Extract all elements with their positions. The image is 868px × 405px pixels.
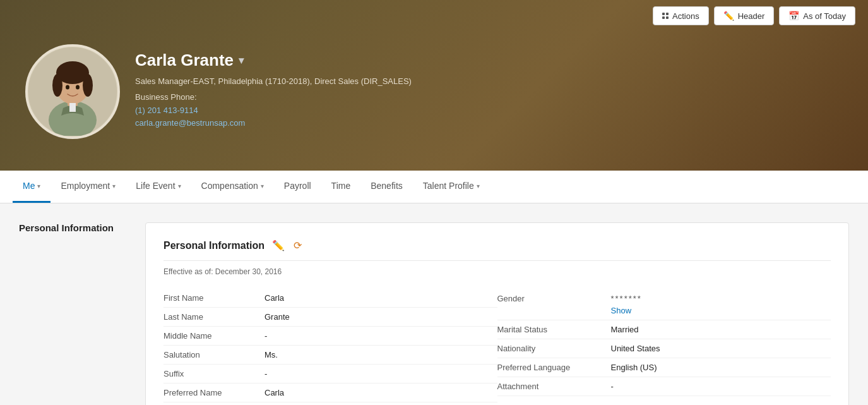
main-panel: Personal Information ✏️ ⟳ Effective as o…	[145, 222, 849, 405]
suffix-row: Suffix -	[163, 365, 497, 384]
name-chevron-icon[interactable]: ▾	[239, 54, 244, 66]
last-name-label: Last Name	[163, 312, 265, 322]
preferred-language-label: Preferred Language	[497, 363, 611, 372]
gender-row: Gender ******* Show	[497, 289, 831, 320]
header-label: Header	[738, 11, 765, 21]
gender-value-section: ******* Show	[611, 293, 642, 315]
svg-point-7	[66, 85, 69, 90]
sidebar-section-title: Personal Information	[19, 222, 145, 233]
salutation-label: Salutation	[163, 350, 265, 360]
last-name-row: Last Name Grante	[163, 308, 497, 327]
talent-profile-chevron-icon: ▾	[477, 183, 480, 190]
salutation-value: Ms.	[265, 350, 278, 360]
calendar-icon: 📅	[788, 11, 799, 21]
nav-item-employment[interactable]: Employment ▾	[51, 171, 126, 203]
nav-item-payroll[interactable]: Payroll	[274, 171, 321, 203]
nav-item-life-event[interactable]: Life Event ▾	[126, 171, 191, 203]
me-chevron-icon: ▾	[37, 183, 40, 190]
info-grid: First Name Carla Last Name Grante Middle…	[163, 289, 831, 402]
panel-header: Personal Information ✏️ ⟳	[163, 238, 831, 261]
marital-status-value: Married	[611, 325, 639, 334]
nationality-value: United States	[611, 344, 660, 353]
preferred-name-label: Preferred Name	[163, 388, 265, 397]
effective-date: Effective as of: December 30, 2016	[163, 267, 831, 276]
first-name-row: First Name Carla	[163, 289, 497, 308]
salutation-row: Salutation Ms.	[163, 346, 497, 365]
life-event-chevron-icon: ▾	[178, 183, 181, 190]
grid-icon	[662, 13, 669, 19]
middle-name-value: -	[265, 331, 267, 341]
actions-label: Actions	[672, 11, 699, 21]
nav-item-me[interactable]: Me ▾	[13, 171, 51, 203]
avatar	[25, 44, 120, 139]
header-actions: Actions ✏️ Header 📅 As of Today	[13, 6, 855, 25]
first-name-label: First Name	[163, 293, 265, 303]
pencil-edit-icon: ✏️	[272, 240, 285, 251]
history-button[interactable]: ⟳	[292, 238, 303, 253]
attachment-value: -	[611, 382, 614, 391]
content-area: Personal Information Personal Informatio…	[0, 203, 868, 405]
suffix-value: -	[265, 369, 267, 378]
show-gender-link[interactable]: Show	[611, 306, 642, 315]
profile-name: Carla Grante ▾	[135, 51, 412, 70]
compensation-chevron-icon: ▾	[261, 183, 264, 190]
svg-rect-9	[69, 103, 76, 112]
right-info-column: Gender ******* Show Marital Status Marri…	[497, 289, 831, 402]
header-button[interactable]: ✏️ Header	[714, 6, 775, 25]
panel-title: Personal Information	[163, 240, 265, 251]
gender-label: Gender	[497, 294, 611, 303]
preferred-name-value: Carla	[265, 388, 284, 397]
marital-status-row: Marital Status Married	[497, 320, 831, 339]
nav-item-benefits[interactable]: Benefits	[360, 171, 413, 203]
edit-button[interactable]: ✏️	[271, 238, 286, 253]
profile-phone[interactable]: (1) 201 413-9114	[135, 106, 198, 115]
nationality-label: Nationality	[497, 344, 611, 353]
attachment-row: Attachment -	[497, 377, 831, 396]
last-name-value: Grante	[265, 312, 290, 322]
middle-name-label: Middle Name	[163, 331, 265, 341]
pencil-icon: ✏️	[723, 11, 734, 21]
suffix-label: Suffix	[163, 369, 265, 378]
marital-status-label: Marital Status	[497, 325, 611, 334]
as-of-today-button[interactable]: 📅 As of Today	[779, 6, 855, 25]
employment-chevron-icon: ▾	[112, 183, 116, 190]
svg-point-6	[83, 74, 93, 97]
svg-point-8	[76, 85, 80, 90]
preferred-name-row: Preferred Name Carla	[163, 384, 497, 402]
middle-name-row: Middle Name -	[163, 327, 497, 346]
as-of-today-label: As of Today	[803, 11, 846, 21]
profile-section: Carla Grante ▾ Sales Manager-EAST, Phila…	[13, 38, 855, 145]
first-name-value: Carla	[265, 293, 284, 303]
nav-item-compensation[interactable]: Compensation ▾	[191, 171, 274, 203]
gender-masked-value: *******	[611, 294, 642, 303]
left-sidebar: Personal Information	[19, 222, 145, 405]
nav-item-talent-profile[interactable]: Talent Profile ▾	[413, 171, 490, 203]
nav-item-time[interactable]: Time	[321, 171, 361, 203]
nationality-row: Nationality United States	[497, 339, 831, 358]
preferred-language-value: English (US)	[611, 363, 657, 372]
attachment-label: Attachment	[497, 382, 611, 391]
profile-email[interactable]: carla.grante@bestrunsap.com	[135, 118, 245, 128]
history-icon: ⟳	[294, 240, 302, 251]
nav-bar: Me ▾ Employment ▾ Life Event ▾ Compensat…	[0, 171, 868, 203]
profile-subtitle: Sales Manager-EAST, Philadelphia (1710-2…	[135, 75, 412, 130]
profile-info: Carla Grante ▾ Sales Manager-EAST, Phila…	[135, 44, 412, 130]
actions-button[interactable]: Actions	[653, 6, 709, 25]
svg-point-5	[52, 74, 62, 97]
left-info-column: First Name Carla Last Name Grante Middle…	[163, 289, 497, 402]
header-section: Actions ✏️ Header 📅 As of Today	[0, 0, 868, 171]
preferred-language-row: Preferred Language English (US)	[497, 358, 831, 377]
